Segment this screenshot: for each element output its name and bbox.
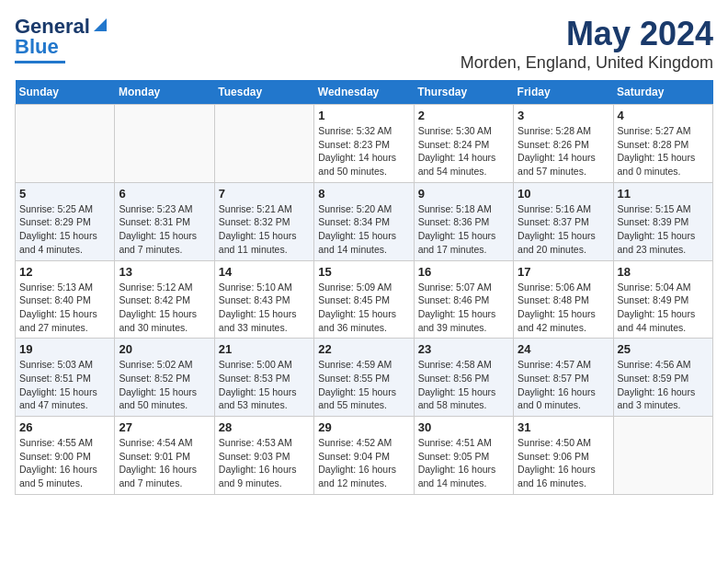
- day-number: 26: [19, 420, 110, 434]
- calendar-cell: 23Sunrise: 4:58 AM Sunset: 8:56 PM Dayli…: [414, 339, 513, 417]
- calendar-cell: [16, 105, 115, 183]
- calendar-cell: 11Sunrise: 5:15 AM Sunset: 8:39 PM Dayli…: [613, 182, 712, 260]
- calendar-cell: 30Sunrise: 4:51 AM Sunset: 9:05 PM Dayli…: [414, 417, 513, 495]
- calendar-cell: [214, 105, 313, 183]
- day-number: 31: [518, 420, 609, 434]
- day-number: 24: [518, 342, 609, 356]
- calendar-cell: 14Sunrise: 5:10 AM Sunset: 8:43 PM Dayli…: [214, 260, 313, 339]
- day-number: 8: [318, 187, 409, 201]
- day-info: Sunrise: 4:57 AM Sunset: 8:57 PM Dayligh…: [518, 358, 609, 412]
- day-number: 13: [119, 265, 210, 279]
- calendar-cell: 26Sunrise: 4:55 AM Sunset: 9:00 PM Dayli…: [16, 417, 115, 495]
- calendar-cell: 10Sunrise: 5:16 AM Sunset: 8:37 PM Dayli…: [514, 182, 613, 260]
- calendar-week-row: 12Sunrise: 5:13 AM Sunset: 8:40 PM Dayli…: [16, 260, 713, 339]
- calendar-cell: 7Sunrise: 5:21 AM Sunset: 8:32 PM Daylig…: [214, 182, 313, 260]
- calendar-cell: 5Sunrise: 5:25 AM Sunset: 8:29 PM Daylig…: [16, 182, 115, 260]
- day-number: 1: [318, 109, 409, 122]
- calendar-header-row: SundayMondayTuesdayWednesdayThursdayFrid…: [16, 80, 713, 105]
- day-info: Sunrise: 4:56 AM Sunset: 8:59 PM Dayligh…: [618, 358, 709, 412]
- day-info: Sunrise: 4:51 AM Sunset: 9:05 PM Dayligh…: [418, 436, 509, 490]
- day-number: 16: [418, 265, 509, 279]
- calendar-header-day: Sunday: [16, 80, 115, 105]
- day-number: 15: [318, 265, 409, 279]
- day-number: 30: [418, 420, 509, 434]
- calendar-cell: 17Sunrise: 5:06 AM Sunset: 8:48 PM Dayli…: [514, 260, 613, 339]
- day-info: Sunrise: 5:18 AM Sunset: 8:36 PM Dayligh…: [418, 202, 509, 257]
- day-info: Sunrise: 5:04 AM Sunset: 8:49 PM Dayligh…: [618, 281, 709, 335]
- calendar-cell: 21Sunrise: 5:00 AM Sunset: 8:53 PM Dayli…: [214, 339, 313, 417]
- day-number: 5: [19, 187, 110, 201]
- day-number: 14: [219, 265, 310, 279]
- svg-marker-0: [94, 18, 107, 31]
- day-number: 11: [618, 187, 709, 201]
- day-info: Sunrise: 5:21 AM Sunset: 8:32 PM Dayligh…: [219, 202, 310, 257]
- logo-icon: [92, 17, 108, 33]
- logo-text-blue: Blue: [15, 35, 59, 58]
- calendar-cell: 4Sunrise: 5:27 AM Sunset: 8:28 PM Daylig…: [613, 105, 712, 183]
- day-number: 12: [19, 265, 110, 279]
- day-info: Sunrise: 4:53 AM Sunset: 9:03 PM Dayligh…: [219, 436, 310, 490]
- day-info: Sunrise: 5:10 AM Sunset: 8:43 PM Dayligh…: [219, 281, 310, 335]
- logo: General Blue: [15, 15, 108, 63]
- calendar-week-row: 26Sunrise: 4:55 AM Sunset: 9:00 PM Dayli…: [16, 417, 713, 495]
- calendar-week-row: 5Sunrise: 5:25 AM Sunset: 8:29 PM Daylig…: [16, 182, 713, 260]
- calendar-cell: 9Sunrise: 5:18 AM Sunset: 8:36 PM Daylig…: [414, 182, 513, 260]
- calendar-header-day: Wednesday: [314, 80, 414, 105]
- calendar-cell: 3Sunrise: 5:28 AM Sunset: 8:26 PM Daylig…: [514, 105, 613, 183]
- day-info: Sunrise: 5:27 AM Sunset: 8:28 PM Dayligh…: [618, 124, 709, 178]
- calendar-cell: 24Sunrise: 4:57 AM Sunset: 8:57 PM Dayli…: [514, 339, 613, 417]
- calendar-cell: 13Sunrise: 5:12 AM Sunset: 8:42 PM Dayli…: [115, 260, 214, 339]
- calendar-cell: [613, 417, 712, 495]
- calendar-week-row: 19Sunrise: 5:03 AM Sunset: 8:51 PM Dayli…: [16, 339, 713, 417]
- calendar-cell: 20Sunrise: 5:02 AM Sunset: 8:52 PM Dayli…: [115, 339, 214, 417]
- day-number: 3: [518, 109, 609, 122]
- day-info: Sunrise: 5:30 AM Sunset: 8:24 PM Dayligh…: [418, 124, 509, 178]
- calendar-table: SundayMondayTuesdayWednesdayThursdayFrid…: [15, 80, 713, 495]
- day-number: 6: [119, 187, 210, 201]
- day-number: 9: [418, 187, 509, 201]
- day-number: 20: [119, 342, 210, 356]
- day-info: Sunrise: 5:32 AM Sunset: 8:23 PM Dayligh…: [318, 124, 409, 178]
- calendar-cell: 6Sunrise: 5:23 AM Sunset: 8:31 PM Daylig…: [115, 182, 214, 260]
- day-info: Sunrise: 5:12 AM Sunset: 8:42 PM Dayligh…: [119, 281, 210, 335]
- calendar-header-day: Tuesday: [214, 80, 313, 105]
- calendar-header-day: Thursday: [414, 80, 513, 105]
- calendar-cell: 29Sunrise: 4:52 AM Sunset: 9:04 PM Dayli…: [314, 417, 414, 495]
- day-info: Sunrise: 5:25 AM Sunset: 8:29 PM Dayligh…: [19, 202, 110, 257]
- day-info: Sunrise: 5:09 AM Sunset: 8:45 PM Dayligh…: [318, 281, 409, 335]
- day-info: Sunrise: 5:13 AM Sunset: 8:40 PM Dayligh…: [19, 281, 110, 335]
- day-info: Sunrise: 5:23 AM Sunset: 8:31 PM Dayligh…: [119, 202, 210, 257]
- day-number: 17: [518, 265, 609, 279]
- day-number: 25: [618, 342, 709, 356]
- day-number: 19: [19, 342, 110, 356]
- page-header: General Blue May 2024 Morden, England, U…: [15, 15, 713, 73]
- calendar-cell: 19Sunrise: 5:03 AM Sunset: 8:51 PM Dayli…: [16, 339, 115, 417]
- day-info: Sunrise: 5:16 AM Sunset: 8:37 PM Dayligh…: [518, 202, 609, 257]
- calendar-week-row: 1Sunrise: 5:32 AM Sunset: 8:23 PM Daylig…: [16, 105, 713, 183]
- day-info: Sunrise: 5:00 AM Sunset: 8:53 PM Dayligh…: [219, 358, 310, 412]
- day-info: Sunrise: 5:15 AM Sunset: 8:39 PM Dayligh…: [618, 202, 709, 257]
- day-info: Sunrise: 4:50 AM Sunset: 9:06 PM Dayligh…: [518, 436, 609, 490]
- day-number: 21: [219, 342, 310, 356]
- day-info: Sunrise: 4:55 AM Sunset: 9:00 PM Dayligh…: [19, 436, 110, 490]
- day-info: Sunrise: 4:52 AM Sunset: 9:04 PM Dayligh…: [318, 436, 409, 490]
- day-number: 4: [618, 109, 709, 122]
- calendar-cell: 22Sunrise: 4:59 AM Sunset: 8:55 PM Dayli…: [314, 339, 414, 417]
- calendar-header-day: Monday: [115, 80, 214, 105]
- calendar-cell: 31Sunrise: 4:50 AM Sunset: 9:06 PM Dayli…: [514, 417, 613, 495]
- day-info: Sunrise: 5:07 AM Sunset: 8:46 PM Dayligh…: [418, 281, 509, 335]
- location-title: Morden, England, United Kingdom: [461, 53, 713, 73]
- day-info: Sunrise: 4:59 AM Sunset: 8:55 PM Dayligh…: [318, 358, 409, 412]
- day-info: Sunrise: 5:06 AM Sunset: 8:48 PM Dayligh…: [518, 281, 609, 335]
- day-number: 2: [418, 109, 509, 122]
- day-info: Sunrise: 5:02 AM Sunset: 8:52 PM Dayligh…: [119, 358, 210, 412]
- day-number: 29: [318, 420, 409, 434]
- day-info: Sunrise: 4:54 AM Sunset: 9:01 PM Dayligh…: [119, 436, 210, 490]
- calendar-cell: 16Sunrise: 5:07 AM Sunset: 8:46 PM Dayli…: [414, 260, 513, 339]
- day-number: 23: [418, 342, 509, 356]
- day-number: 28: [219, 420, 310, 434]
- calendar-cell: 8Sunrise: 5:20 AM Sunset: 8:34 PM Daylig…: [314, 182, 414, 260]
- day-number: 18: [618, 265, 709, 279]
- day-number: 10: [518, 187, 609, 201]
- title-area: May 2024 Morden, England, United Kingdom: [461, 15, 713, 73]
